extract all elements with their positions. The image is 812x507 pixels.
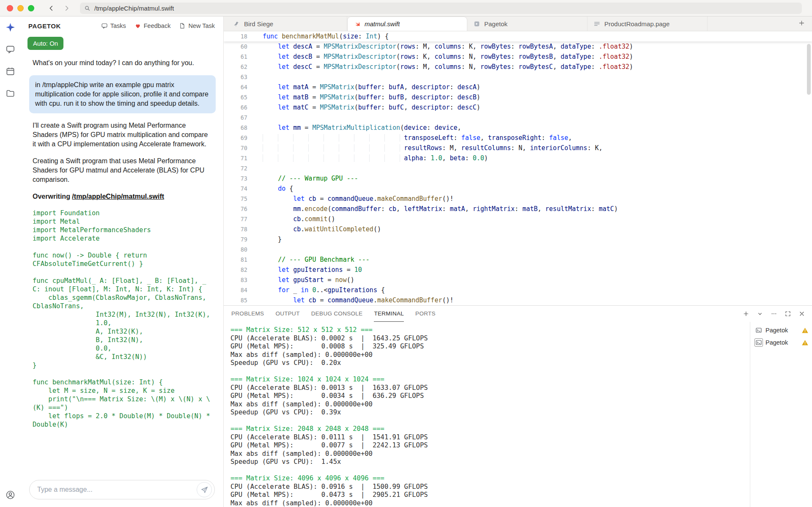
code-line: 85 let cb = commandQueue.makeCommandBuff… xyxy=(224,295,812,305)
address-bar[interactable]: /tmp/appleChip/matmul.swift xyxy=(80,3,802,14)
panel-tab-debug-console[interactable]: DEBUG CONSOLE xyxy=(311,306,363,322)
close-button[interactable] xyxy=(798,310,805,317)
code-line: 84 for _ in 0..<gpuIterations { xyxy=(224,285,812,295)
send-button[interactable] xyxy=(197,482,212,497)
tab-matmul-swift[interactable]: matmul.swift xyxy=(347,16,467,31)
line-content: cb.waitUntilCompleted() xyxy=(247,224,381,234)
line-number: 67 xyxy=(224,112,247,123)
terminal-line xyxy=(230,367,750,376)
line-number: 65 xyxy=(224,92,247,102)
terminal-icon xyxy=(754,338,763,347)
line-number: 84 xyxy=(224,285,247,295)
page-icon xyxy=(179,22,186,29)
titlebar: /tmp/appleChip/matmul.swift xyxy=(0,0,812,16)
terminal-line: Speedup (GPU vs CPU): 0.20x xyxy=(230,359,750,367)
terminal-line: Max abs diff (sampled): 0.000000e+00 xyxy=(230,351,750,359)
chat-input[interactable] xyxy=(29,480,215,499)
terminal-line: Max abs diff (sampled): 0.000000e+00 xyxy=(230,499,750,507)
close-window-button[interactable] xyxy=(7,5,13,11)
panel-tab-ports[interactable]: PORTS xyxy=(415,306,436,322)
tab-bird-siege[interactable]: Bird Siege xyxy=(227,16,347,31)
terminal-line: GPU (Metal MPS): 0.0077 s | 2242.13 GFLO… xyxy=(230,441,750,450)
calendar-nav-button[interactable] xyxy=(5,66,16,77)
code-lines: 60 let descA = MPSMatrixDescriptor(rows:… xyxy=(224,41,812,305)
line-content: // --- GPU Benchmark --- xyxy=(247,255,370,265)
panel-tab-output[interactable]: OUTPUT xyxy=(275,306,299,322)
chat-nav-button[interactable] xyxy=(5,44,16,55)
line-content: let descB = MPSMatrixDescriptor(rows: K,… xyxy=(247,52,633,62)
terminal-line: === Matrix Size: 2048 x 2048 x 2048 === xyxy=(230,425,750,433)
code-line: 66 let matC = MPSMatrix(buffer: bufC, de… xyxy=(224,102,812,112)
heart-icon xyxy=(134,22,141,29)
panel-tab-terminal[interactable]: TERMINAL xyxy=(374,306,404,322)
user-icon xyxy=(5,490,15,500)
line-number: 62 xyxy=(224,62,247,72)
plus-button[interactable] xyxy=(743,310,749,317)
line-number: 69 xyxy=(224,133,247,143)
chat-action-label: Tasks xyxy=(110,22,126,29)
minimize-window-button[interactable] xyxy=(17,5,24,11)
terminal-line: CPU (Accelerate BLAS): 0.0002 s | 1643.2… xyxy=(230,334,750,343)
files-nav-button[interactable] xyxy=(5,88,16,99)
line-number: 68 xyxy=(224,123,247,133)
line-number: 85 xyxy=(224,295,247,305)
tab-pagetok[interactable]: Pagetok xyxy=(467,16,587,31)
zoom-window-button[interactable] xyxy=(28,5,34,11)
tab-productroadmap-page[interactable]: ProductRoadmap.page xyxy=(587,16,708,31)
feedback-button[interactable]: Feedback xyxy=(134,22,171,29)
editor-tabbar: Bird Siegematmul.swiftPagetokProductRoad… xyxy=(224,16,812,31)
file-link[interactable]: /tmp/appleChip/matmul.swift xyxy=(72,193,164,200)
code-line: 69 transposeLeft: false, transposeRight:… xyxy=(224,133,812,143)
line-number: 72 xyxy=(224,163,247,173)
editor-scrollbar[interactable] xyxy=(807,44,811,95)
roadmap-icon xyxy=(593,20,601,27)
forward-button[interactable] xyxy=(60,2,72,14)
code-line: 83 let gpuStart = now() xyxy=(224,275,812,285)
terminal-list-item[interactable]: Pagetok xyxy=(754,325,809,335)
tasks-button[interactable]: Tasks xyxy=(101,22,126,29)
app-logo-button[interactable] xyxy=(5,22,16,33)
forward-icon xyxy=(63,5,70,12)
terminal-line: GPU (Metal MPS): 0.0008 s | 325.49 GFLOP… xyxy=(230,343,750,351)
terminal-line: CPU (Accelerate BLAS): 0.0916 s | 1500.9… xyxy=(230,483,750,491)
line-content: alpha: 1.0, beta: 0.0) xyxy=(247,153,488,163)
line-content xyxy=(247,244,263,255)
line-content: transposeLeft: false, transposeRight: fa… xyxy=(247,133,572,143)
terminal-line: CPU (Accelerate BLAS): 0.0013 s | 1633.0… xyxy=(230,384,750,392)
message-input[interactable] xyxy=(37,486,197,493)
code-editor[interactable]: 18func benchmarkMatMul(size: Int) { 60 l… xyxy=(224,31,812,305)
code-line: 74 do { xyxy=(224,184,812,194)
ellipsis-icon xyxy=(771,310,777,317)
code-line: 73 // --- Warmup GPU --- xyxy=(224,173,812,184)
chevron-down-button[interactable] xyxy=(757,310,763,317)
new-task-button[interactable]: New Task xyxy=(179,22,215,29)
warning-icon xyxy=(801,339,809,346)
back-button[interactable] xyxy=(45,2,57,14)
address-path: /tmp/appleChip/matmul.swift xyxy=(94,5,174,12)
expand-button[interactable] xyxy=(785,310,791,317)
chat-message-list: What's on your mind today? I can do anyt… xyxy=(21,54,223,475)
panel-tabs: PROBLEMSOUTPUTDEBUG CONSOLETERMINALPORTS xyxy=(231,306,447,322)
code-line: 67 xyxy=(224,112,812,123)
new-tab-button[interactable] xyxy=(798,19,805,28)
chat-action-label: New Task xyxy=(188,22,215,29)
code-line: 77 cb.commit() xyxy=(224,214,812,224)
auto-toggle[interactable]: Auto: On xyxy=(27,37,63,50)
terminal-line: Max abs diff (sampled): 0.000000e+00 xyxy=(230,450,750,458)
panel-tab-problems[interactable]: PROBLEMS xyxy=(231,306,264,322)
panel-header: PROBLEMSOUTPUTDEBUG CONSOLETERMINALPORTS xyxy=(224,306,812,322)
account-nav-button[interactable] xyxy=(5,489,16,500)
line-number: 63 xyxy=(224,72,247,82)
warning-icon xyxy=(801,327,809,334)
chat-bubble-icon xyxy=(101,22,108,29)
terminal-list-item[interactable]: Pagetok xyxy=(754,337,809,348)
terminal-output[interactable]: === Matrix Size: 512 x 512 x 512 ===CPU … xyxy=(224,322,750,507)
ellipsis-button[interactable] xyxy=(771,310,777,317)
code-line: 75 let cb = commandQueue.makeCommandBuff… xyxy=(224,194,812,204)
swift-icon xyxy=(354,20,361,27)
bird-icon xyxy=(233,20,240,27)
line-number: 77 xyxy=(224,214,247,224)
terminal-line: Speedup (GPU vs CPU): 0.39x xyxy=(230,408,750,417)
editor-column: Bird Siegematmul.swiftPagetokProductRoad… xyxy=(224,16,812,507)
code-line: 70 resultRows: M, resultColumns: N, inte… xyxy=(224,143,812,153)
